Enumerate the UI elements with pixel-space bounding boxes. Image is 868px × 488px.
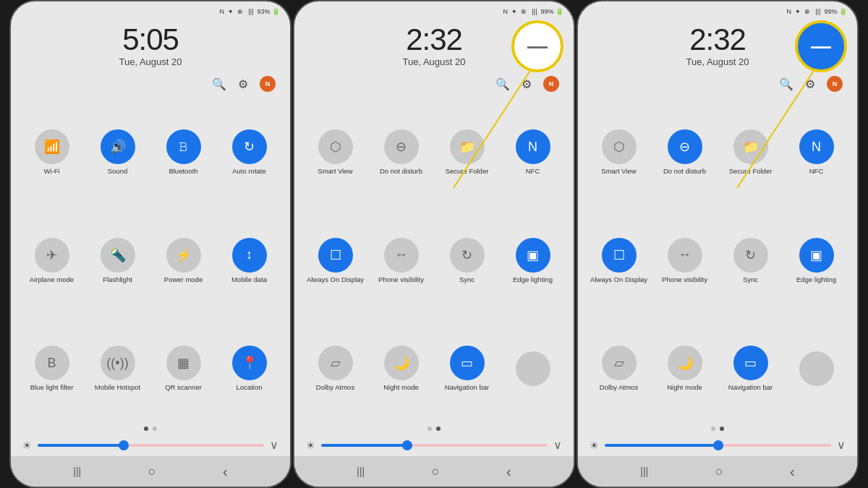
nav-recent-button[interactable]: ||| — [73, 466, 81, 477]
tile-label: Phone visibility — [378, 275, 424, 283]
settings-icon[interactable]: ⚙ — [238, 77, 248, 91]
tile-label: Always On Display — [590, 275, 647, 283]
brightness-track[interactable] — [605, 444, 831, 447]
quick-tile[interactable]: ↻Sync — [436, 209, 498, 313]
page-dot[interactable] — [711, 427, 715, 431]
page-dot[interactable] — [427, 427, 432, 431]
tile-icon: 📁 — [450, 129, 485, 164]
tile-label: Sound — [108, 167, 127, 175]
quick-tile[interactable]: NNFC — [786, 100, 847, 205]
brightness-thumb[interactable] — [402, 440, 412, 450]
expand-arrow[interactable]: ∨ — [837, 438, 846, 452]
tile-icon: ▱ — [318, 346, 353, 380]
nav-recent-button[interactable]: ||| — [640, 466, 648, 477]
quick-tile[interactable]: ↻Sync — [720, 209, 781, 313]
quick-tile[interactable]: ▣Edge lighting — [502, 209, 563, 313]
search-icon[interactable]: 🔍 — [779, 77, 793, 91]
nav-home-button[interactable]: ○ — [432, 464, 440, 479]
brightness-track[interactable] — [38, 444, 264, 447]
expand-arrow[interactable]: ∨ — [270, 438, 278, 452]
time-display: 5:05 — [11, 25, 290, 55]
nav-home-button[interactable]: ○ — [715, 464, 723, 479]
quick-tile[interactable]: ⬡Smart View — [305, 100, 366, 205]
tile-icon: ⬡ — [602, 129, 637, 164]
search-icon[interactable]: 🔍 — [495, 77, 510, 91]
quick-tile[interactable]: ((•))Mobile Hotspot — [87, 317, 148, 421]
quick-tile[interactable]: 𝙱Bluetooth — [153, 100, 214, 205]
quick-tile[interactable]: ▭Navigation bar — [720, 317, 781, 421]
quick-tile[interactable]: NNFC — [502, 100, 563, 205]
brightness-thumb[interactable] — [713, 440, 723, 450]
quick-tile[interactable]: ⚡Power mode — [153, 209, 214, 313]
brightness-icon: ☀ — [22, 440, 32, 451]
page-dot[interactable] — [144, 427, 148, 431]
tile-icon: N — [516, 129, 550, 164]
quick-tile[interactable] — [502, 317, 563, 421]
quick-tile[interactable]: ▱Dolby Atmos — [588, 317, 650, 421]
quick-tile[interactable]: 🔊Sound — [87, 100, 148, 205]
page-dot[interactable] — [436, 427, 441, 431]
quick-tile[interactable]: 📶Wi-Fi — [21, 100, 82, 205]
nav-home-button[interactable]: ○ — [148, 464, 156, 479]
tile-icon: ↻ — [733, 238, 768, 273]
status-icons: N ✦ ⊕ ||| 99% 🔋 — [503, 8, 563, 15]
quick-tiles-grid: ⬡Smart View⊖Do not disturb📁Secure Folder… — [294, 98, 574, 424]
brightness-thumb[interactable] — [119, 440, 129, 450]
page-dot[interactable] — [720, 427, 724, 431]
page-dots — [578, 424, 857, 434]
search-icon[interactable]: 🔍 — [212, 77, 226, 91]
tile-icon: N — [799, 129, 834, 164]
quick-tile[interactable]: ▦QR scanner — [153, 317, 214, 421]
quick-tile[interactable]: 📁Secure Folder — [720, 100, 781, 205]
quick-tiles-grid: ⬡Smart View⊖Do not disturb📁Secure Folder… — [578, 98, 857, 424]
tile-label: Smart View — [601, 167, 636, 175]
brightness-track[interactable] — [321, 444, 548, 447]
tile-label: Mobile data — [231, 275, 267, 283]
tile-icon: 🔊 — [101, 129, 135, 164]
quick-tile[interactable]: ☐Always On Display — [305, 209, 366, 313]
quick-tile[interactable]: ▭Navigation bar — [436, 317, 498, 421]
nav-back-button[interactable]: ‹ — [790, 463, 795, 480]
quick-tile[interactable]: 📁Secure Folder — [436, 100, 498, 205]
tile-label: QR scanner — [165, 383, 202, 391]
quick-tile[interactable]: ↕Mobile data — [218, 209, 280, 313]
tile-icon: B — [35, 346, 69, 380]
quick-tile[interactable]: ☐Always On Display — [588, 209, 650, 313]
quick-tile[interactable]: ✈Airplane mode — [21, 209, 82, 313]
brightness-icon: ☀ — [306, 440, 315, 451]
quick-tile[interactable]: ↻Auto rotate — [218, 100, 280, 205]
settings-icon[interactable]: ⚙ — [805, 77, 815, 91]
nav-recent-button[interactable]: ||| — [357, 466, 365, 477]
nav-back-button[interactable]: ‹ — [223, 463, 228, 480]
quick-tile[interactable]: ▱Dolby Atmos — [305, 317, 366, 421]
brightness-bar: ☀ ∨ — [578, 434, 857, 456]
tile-label: Edge lighting — [796, 275, 836, 283]
quick-tile[interactable]: ↔Phone visibility — [654, 209, 715, 313]
expand-arrow[interactable]: ∨ — [553, 438, 562, 452]
quick-tile[interactable]: ▣Edge lighting — [786, 209, 847, 313]
tile-icon: ▣ — [799, 238, 834, 273]
quick-tile[interactable] — [786, 317, 847, 421]
quick-tile[interactable]: ⬡Smart View — [588, 100, 650, 205]
highlight-circle: — — [795, 20, 847, 72]
quick-tile[interactable]: 📍Location — [218, 317, 280, 421]
tile-label: Dolby Atmos — [316, 383, 354, 391]
quick-tile[interactable]: 🌙Night mode — [654, 317, 715, 421]
quick-tile[interactable]: ⊖Do not disturb — [654, 100, 715, 205]
action-bar: 🔍 ⚙ N — [11, 70, 290, 98]
settings-icon[interactable]: ⚙ — [522, 77, 532, 91]
quick-tile[interactable]: BBlue light filter — [21, 317, 82, 421]
nav-back-button[interactable]: ‹ — [506, 463, 511, 480]
quick-tile[interactable]: 🌙Night mode — [370, 317, 432, 421]
quick-tile[interactable]: ↔Phone visibility — [370, 209, 432, 313]
page-dot[interactable] — [153, 427, 157, 431]
quick-tile[interactable]: ⊖Do not disturb — [370, 100, 432, 205]
action-bar: 🔍 ⚙ N — [578, 70, 857, 98]
tile-icon: ☐ — [318, 238, 353, 273]
nav-bar: ||| ○ ‹ — [11, 456, 290, 487]
status-bar: N ✦ ⊕ ||| 93% 🔋 — [11, 1, 290, 17]
quick-tile[interactable]: 🔦Flashlight — [87, 209, 148, 313]
tile-icon: ⚡ — [166, 238, 201, 273]
highlight-circle: — — [511, 20, 563, 72]
tile-icon: ⊖ — [668, 129, 702, 164]
